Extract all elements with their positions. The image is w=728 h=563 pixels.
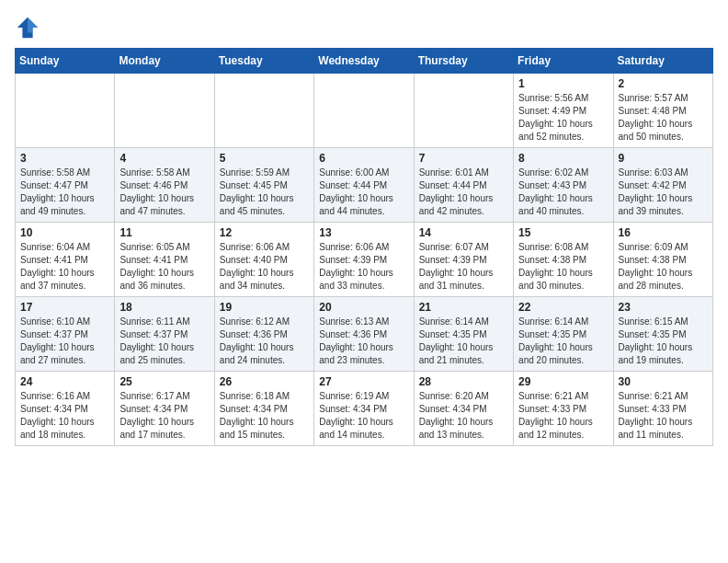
day-info: Sunrise: 5:58 AM Sunset: 4:47 PM Dayligh… bbox=[20, 167, 109, 218]
calendar-cell: 19Sunrise: 6:12 AM Sunset: 4:36 PM Dayli… bbox=[214, 297, 313, 372]
day-number: 4 bbox=[119, 152, 209, 165]
calendar-cell: 8Sunrise: 6:02 AM Sunset: 4:43 PM Daylig… bbox=[514, 148, 613, 223]
day-info: Sunrise: 6:10 AM Sunset: 4:37 PM Dayligh… bbox=[20, 316, 109, 367]
day-number: 9 bbox=[619, 152, 708, 165]
day-info: Sunrise: 6:09 AM Sunset: 4:38 PM Dayligh… bbox=[619, 241, 708, 293]
day-info: Sunrise: 5:59 AM Sunset: 4:45 PM Dayligh… bbox=[220, 167, 309, 218]
day-number: 27 bbox=[319, 375, 408, 388]
calendar-cell bbox=[16, 74, 115, 148]
day-number: 10 bbox=[20, 226, 109, 239]
calendar-cell: 2Sunrise: 5:57 AM Sunset: 4:48 PM Daylig… bbox=[613, 74, 712, 148]
day-info: Sunrise: 6:08 AM Sunset: 4:38 PM Dayligh… bbox=[518, 241, 608, 293]
calendar-cell: 20Sunrise: 6:13 AM Sunset: 4:36 PM Dayli… bbox=[314, 297, 414, 372]
day-info: Sunrise: 6:06 AM Sunset: 4:39 PM Dayligh… bbox=[319, 241, 408, 293]
calendar-cell: 9Sunrise: 6:03 AM Sunset: 4:42 PM Daylig… bbox=[613, 148, 712, 223]
day-number: 12 bbox=[220, 226, 309, 239]
day-info: Sunrise: 6:12 AM Sunset: 4:36 PM Dayligh… bbox=[220, 316, 309, 367]
calendar-cell: 22Sunrise: 6:14 AM Sunset: 4:35 PM Dayli… bbox=[514, 297, 613, 372]
calendar-cell: 10Sunrise: 6:04 AM Sunset: 4:41 PM Dayli… bbox=[16, 223, 115, 297]
calendar-cell: 11Sunrise: 6:05 AM Sunset: 4:41 PM Dayli… bbox=[115, 223, 214, 297]
day-number: 19 bbox=[220, 301, 309, 314]
day-info: Sunrise: 6:11 AM Sunset: 4:37 PM Dayligh… bbox=[119, 316, 209, 367]
day-info: Sunrise: 6:05 AM Sunset: 4:41 PM Dayligh… bbox=[119, 241, 209, 293]
calendar-cell: 16Sunrise: 6:09 AM Sunset: 4:38 PM Dayli… bbox=[613, 223, 712, 297]
day-info: Sunrise: 6:17 AM Sunset: 4:34 PM Dayligh… bbox=[119, 390, 209, 442]
day-info: Sunrise: 6:04 AM Sunset: 4:41 PM Dayligh… bbox=[20, 241, 109, 293]
svg-marker-1 bbox=[28, 17, 38, 33]
calendar-week-2: 3Sunrise: 5:58 AM Sunset: 4:47 PM Daylig… bbox=[16, 148, 713, 223]
calendar-body: 1Sunrise: 5:56 AM Sunset: 4:49 PM Daylig… bbox=[16, 74, 713, 446]
day-number: 18 bbox=[119, 301, 209, 314]
logo-icon bbox=[15, 15, 40, 40]
day-info: Sunrise: 6:15 AM Sunset: 4:35 PM Dayligh… bbox=[619, 316, 708, 367]
day-number: 15 bbox=[518, 226, 608, 239]
day-number: 29 bbox=[518, 375, 608, 388]
day-info: Sunrise: 6:03 AM Sunset: 4:42 PM Dayligh… bbox=[619, 167, 708, 218]
calendar-cell: 3Sunrise: 5:58 AM Sunset: 4:47 PM Daylig… bbox=[16, 148, 115, 223]
day-info: Sunrise: 6:21 AM Sunset: 4:33 PM Dayligh… bbox=[518, 390, 608, 442]
calendar-header-saturday: Saturday bbox=[613, 49, 712, 74]
calendar-table: SundayMondayTuesdayWednesdayThursdayFrid… bbox=[15, 48, 713, 446]
calendar-header-row: SundayMondayTuesdayWednesdayThursdayFrid… bbox=[16, 49, 713, 74]
day-info: Sunrise: 6:01 AM Sunset: 4:44 PM Dayligh… bbox=[419, 167, 508, 218]
day-number: 11 bbox=[119, 226, 209, 239]
day-info: Sunrise: 6:13 AM Sunset: 4:36 PM Dayligh… bbox=[319, 316, 408, 367]
day-number: 25 bbox=[119, 375, 209, 388]
calendar-header-monday: Monday bbox=[115, 49, 214, 74]
day-number: 21 bbox=[419, 301, 508, 314]
day-number: 2 bbox=[619, 77, 708, 90]
calendar-cell: 14Sunrise: 6:07 AM Sunset: 4:39 PM Dayli… bbox=[414, 223, 513, 297]
calendar-cell: 28Sunrise: 6:20 AM Sunset: 4:34 PM Dayli… bbox=[414, 372, 513, 446]
calendar-cell: 7Sunrise: 6:01 AM Sunset: 4:44 PM Daylig… bbox=[414, 148, 513, 223]
day-number: 16 bbox=[619, 226, 708, 239]
calendar-week-5: 24Sunrise: 6:16 AM Sunset: 4:34 PM Dayli… bbox=[16, 372, 713, 446]
day-number: 5 bbox=[220, 152, 309, 165]
day-number: 6 bbox=[319, 152, 408, 165]
day-info: Sunrise: 5:58 AM Sunset: 4:46 PM Dayligh… bbox=[119, 167, 209, 218]
day-number: 24 bbox=[20, 375, 109, 388]
calendar-cell: 18Sunrise: 6:11 AM Sunset: 4:37 PM Dayli… bbox=[115, 297, 214, 372]
calendar-header-tuesday: Tuesday bbox=[214, 49, 313, 74]
calendar-cell bbox=[214, 74, 313, 148]
calendar-cell: 29Sunrise: 6:21 AM Sunset: 4:33 PM Dayli… bbox=[514, 372, 613, 446]
day-number: 30 bbox=[619, 375, 708, 388]
day-number: 14 bbox=[419, 226, 508, 239]
day-info: Sunrise: 6:00 AM Sunset: 4:44 PM Dayligh… bbox=[319, 167, 408, 218]
calendar-cell: 27Sunrise: 6:19 AM Sunset: 4:34 PM Dayli… bbox=[314, 372, 414, 446]
day-info: Sunrise: 6:19 AM Sunset: 4:34 PM Dayligh… bbox=[319, 390, 408, 442]
page-header bbox=[15, 15, 713, 40]
calendar-week-1: 1Sunrise: 5:56 AM Sunset: 4:49 PM Daylig… bbox=[16, 74, 713, 148]
calendar-header-friday: Friday bbox=[514, 49, 613, 74]
day-info: Sunrise: 6:18 AM Sunset: 4:34 PM Dayligh… bbox=[220, 390, 309, 442]
day-info: Sunrise: 6:16 AM Sunset: 4:34 PM Dayligh… bbox=[20, 390, 109, 442]
day-number: 28 bbox=[419, 375, 508, 388]
day-number: 23 bbox=[619, 301, 708, 314]
day-number: 7 bbox=[419, 152, 508, 165]
day-number: 20 bbox=[319, 301, 408, 314]
calendar-cell: 4Sunrise: 5:58 AM Sunset: 4:46 PM Daylig… bbox=[115, 148, 214, 223]
calendar-cell: 21Sunrise: 6:14 AM Sunset: 4:35 PM Dayli… bbox=[414, 297, 513, 372]
day-number: 22 bbox=[518, 301, 608, 314]
calendar-cell: 26Sunrise: 6:18 AM Sunset: 4:34 PM Dayli… bbox=[214, 372, 313, 446]
day-number: 3 bbox=[20, 152, 109, 165]
day-info: Sunrise: 5:57 AM Sunset: 4:48 PM Dayligh… bbox=[619, 92, 708, 144]
calendar-cell: 24Sunrise: 6:16 AM Sunset: 4:34 PM Dayli… bbox=[16, 372, 115, 446]
calendar-header-wednesday: Wednesday bbox=[314, 49, 414, 74]
calendar-header-thursday: Thursday bbox=[414, 49, 513, 74]
calendar-cell: 12Sunrise: 6:06 AM Sunset: 4:40 PM Dayli… bbox=[214, 223, 313, 297]
day-number: 8 bbox=[518, 152, 608, 165]
calendar-week-3: 10Sunrise: 6:04 AM Sunset: 4:41 PM Dayli… bbox=[16, 223, 713, 297]
day-info: Sunrise: 5:56 AM Sunset: 4:49 PM Dayligh… bbox=[518, 92, 608, 144]
calendar-cell bbox=[314, 74, 414, 148]
calendar-cell: 25Sunrise: 6:17 AM Sunset: 4:34 PM Dayli… bbox=[115, 372, 214, 446]
day-info: Sunrise: 6:20 AM Sunset: 4:34 PM Dayligh… bbox=[419, 390, 508, 442]
calendar-cell bbox=[414, 74, 513, 148]
day-info: Sunrise: 6:14 AM Sunset: 4:35 PM Dayligh… bbox=[518, 316, 608, 367]
calendar-header-sunday: Sunday bbox=[16, 49, 115, 74]
day-info: Sunrise: 6:14 AM Sunset: 4:35 PM Dayligh… bbox=[419, 316, 508, 367]
day-number: 17 bbox=[20, 301, 109, 314]
calendar-cell: 23Sunrise: 6:15 AM Sunset: 4:35 PM Dayli… bbox=[613, 297, 712, 372]
calendar-week-4: 17Sunrise: 6:10 AM Sunset: 4:37 PM Dayli… bbox=[16, 297, 713, 372]
day-number: 13 bbox=[319, 226, 408, 239]
calendar-cell: 13Sunrise: 6:06 AM Sunset: 4:39 PM Dayli… bbox=[314, 223, 414, 297]
